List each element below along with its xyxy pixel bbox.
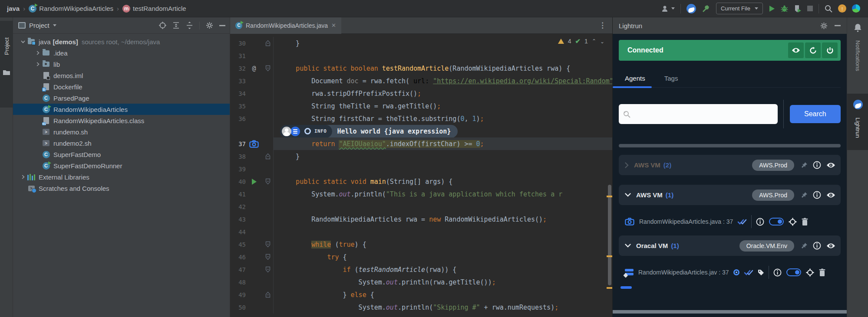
chevron-right-icon[interactable] [34, 51, 42, 55]
line-number[interactable]: 46 [230, 254, 246, 261]
ide-app-button[interactable] [852, 3, 860, 14]
expand-all-icon[interactable] [172, 22, 180, 29]
breadcrumb-method[interactable]: testRandomArticle [133, 5, 186, 12]
code-area[interactable]: 4 ✔ 1 ⌃ ⌃ 30 }3132@ public static boolea… [230, 34, 612, 317]
trash-icon[interactable] [819, 268, 825, 276]
tree-item--idea[interactable]: .idea [13, 47, 230, 59]
chevron-right-icon[interactable] [34, 62, 42, 66]
code-text[interactable]: String theTitle = rwa.getTitle(); [274, 100, 612, 112]
code-text[interactable]: INFOHello world {java expression} [274, 125, 612, 137]
line-number[interactable]: 37 [230, 141, 246, 147]
line-number[interactable]: 38 [230, 153, 246, 160]
fold-end-icon[interactable] [262, 288, 274, 301]
project-tool-button[interactable]: Project [0, 21, 13, 108]
disconnect-button[interactable] [822, 42, 838, 58]
pin-icon[interactable] [801, 242, 808, 249]
goto-source-icon[interactable] [789, 218, 797, 226]
line-number[interactable]: 41 [230, 191, 246, 198]
fold-start-icon[interactable] [262, 238, 274, 251]
run-with-coverage-button[interactable] [794, 3, 802, 14]
stripe-mark[interactable] [607, 196, 612, 197]
line-number[interactable]: 31 [230, 52, 246, 59]
line-number[interactable]: 33 [230, 78, 246, 85]
code-text[interactable]: public static boolean testRandomArticle(… [274, 62, 612, 75]
chevron-down-icon[interactable] [625, 193, 631, 197]
inspections-widget[interactable]: 4 ✔ 1 ⌃ ⌃ [558, 37, 604, 45]
line-number[interactable]: 39 [230, 166, 246, 173]
eye-icon[interactable] [826, 192, 835, 198]
fold-start-icon[interactable] [262, 62, 274, 75]
info-icon[interactable] [813, 242, 821, 250]
line-number[interactable]: 42 [230, 203, 246, 210]
notifications-tool-button[interactable]: Notifications [847, 23, 868, 75]
code-text[interactable] [274, 200, 612, 213]
horizontal-scrollbar[interactable] [613, 310, 847, 314]
line-number[interactable]: 44 [230, 229, 246, 235]
tree-item-lib[interactable]: lib [13, 59, 230, 70]
chevron-right-icon[interactable] [19, 175, 27, 179]
lightrun-toolbar-button[interactable] [686, 3, 696, 14]
code-text[interactable]: rwa.stripOffPrefixPostfix(); [274, 87, 612, 100]
fold-start-icon[interactable] [262, 251, 274, 263]
tree-item-randomwikipediaarticles[interactable]: CRandomWikipediaArticles [13, 104, 230, 115]
run-button[interactable] [769, 3, 775, 14]
chevron-down-icon[interactable] [625, 244, 631, 248]
tree-item-java[interactable]: java[demos]sources root, ~/demos/java [13, 36, 230, 47]
project-panel-title[interactable]: Project [18, 22, 56, 29]
agent-row-aws-vm[interactable]: AWS VM(2)AWS.Prod [619, 155, 841, 175]
tree-item-rundemo2-sh[interactable]: >rundemo2.sh [13, 137, 230, 149]
line-number[interactable]: 50 [230, 304, 246, 311]
locate-file-icon[interactable] [159, 22, 166, 29]
stripe-mark[interactable] [607, 287, 612, 289]
action-row[interactable]: RandomWikipediaArticles.java : 37 [619, 215, 841, 229]
fold-end-icon[interactable] [262, 150, 274, 163]
stop-button[interactable] [807, 3, 813, 14]
eye-icon[interactable] [826, 243, 835, 249]
search-button[interactable]: Search [790, 105, 841, 123]
agent-row-oracal-vm[interactable]: Oracal VM(1)Oracle.VM.Env [619, 235, 841, 256]
hide-panel-icon[interactable] [835, 25, 841, 26]
close-icon[interactable]: ✕ [331, 22, 336, 29]
fold-start-icon[interactable] [262, 263, 274, 276]
code-text[interactable] [274, 225, 612, 238]
line-number[interactable]: 34 [230, 90, 246, 97]
code-text[interactable]: public static void main(String[] args) { [274, 175, 612, 188]
fold-start-icon[interactable] [262, 175, 274, 188]
code-text[interactable]: System.out.println("Skipping #" + rwa.nu… [274, 301, 612, 314]
info-icon[interactable] [773, 268, 782, 277]
tab-tags[interactable]: Tags [664, 75, 678, 82]
line-number[interactable]: 32 [230, 65, 246, 72]
search-everywhere-button[interactable] [825, 3, 832, 14]
line-number[interactable]: 45 [230, 241, 246, 248]
tree-item-scratches-and-consoles[interactable]: >Scratches and Consoles [13, 183, 230, 194]
code-text[interactable]: System.out.println("This is a java appli… [274, 188, 612, 200]
line-number[interactable]: 47 [230, 266, 246, 273]
action-row[interactable]: RandomWikipediaArticles.jav : 37 [619, 265, 841, 279]
gear-icon[interactable] [206, 22, 213, 29]
chevron-up-icon[interactable]: ⌃ [592, 38, 596, 44]
code-text[interactable]: Document doc = rwa.fetch( url: "https://… [274, 75, 612, 87]
tree-item-external-libraries[interactable]: External Libraries [13, 171, 230, 183]
code-text[interactable] [274, 163, 612, 175]
lightrun-tool-button[interactable]: Lightrun [847, 94, 868, 150]
line-number[interactable]: 30 [230, 40, 246, 47]
annotation-gutter-icon[interactable]: @ [246, 65, 262, 72]
code-text[interactable]: if (testRandomArticle(rwa)) { [274, 263, 612, 276]
show-connection-button[interactable] [788, 42, 804, 58]
run-gutter-icon[interactable] [246, 179, 262, 185]
tree-item-parsedpage[interactable]: CParsedPage [13, 92, 230, 104]
editor-tab[interactable]: C RandomWikipediaArticles.java ✕ [230, 17, 341, 34]
tree-item-rundemo-sh[interactable]: >rundemo.sh [13, 126, 230, 137]
line-number[interactable]: 40 [230, 178, 246, 185]
code-text[interactable]: return "AEIOUaeiou".indexOf(firstChar) >… [274, 137, 612, 150]
hide-panel-icon[interactable] [219, 25, 225, 26]
line-number[interactable]: 49 [230, 291, 246, 298]
vcs-user-button[interactable] [661, 3, 675, 14]
line-number[interactable]: 43 [230, 216, 246, 223]
code-text[interactable]: } else { [274, 288, 612, 301]
breadcrumb-class[interactable]: RandomWikipediaArticles [39, 5, 113, 12]
tree-item-demos-iml[interactable]: demos.iml [13, 70, 230, 81]
tree-item-dockerfile[interactable]: Dockerfile [13, 81, 230, 92]
chevron-down-icon[interactable] [19, 40, 27, 43]
build-button[interactable] [702, 3, 710, 14]
